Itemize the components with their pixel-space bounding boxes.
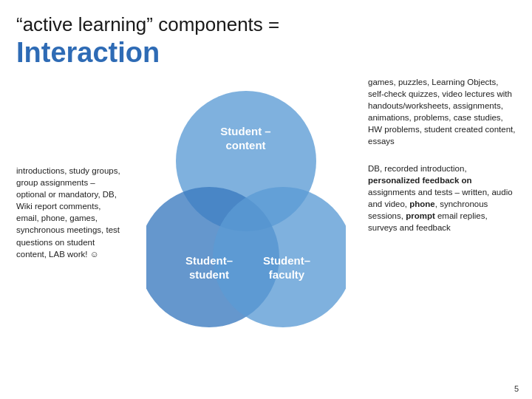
venn-diagram: Student – content Student– student Stude… — [127, 76, 364, 357]
right-bottom-text: DB, recorded introduction, personalized … — [368, 163, 516, 234]
page-number: 5 — [514, 384, 519, 393]
venn-svg — [146, 83, 346, 335]
venn-wrapper: Student – content Student– student Stude… — [146, 83, 346, 335]
content-area: introductions, study groups, group assig… — [16, 76, 516, 357]
title-line2: Interaction — [16, 38, 516, 69]
left-description: introductions, study groups, group assig… — [16, 76, 123, 260]
title-line1: “active learning” components = — [16, 13, 516, 36]
right-text-column: games, puzzles, Learning Objects, self-c… — [368, 76, 516, 233]
right-top-text: games, puzzles, Learning Objects, self-c… — [368, 76, 516, 148]
page: “active learning” components = Interacti… — [0, 0, 532, 399]
